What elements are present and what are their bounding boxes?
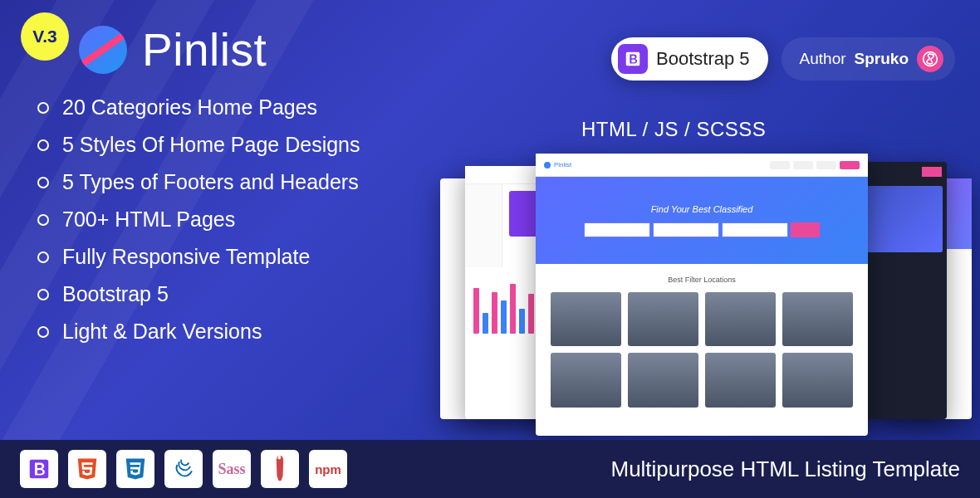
product-name: Pinlist (142, 23, 267, 76)
footer-tagline: Multipurpose HTML Listing Template (610, 456, 960, 482)
bootstrap-pill-text: Bootstrap 5 (656, 48, 750, 70)
preview-logo-text: Pinlist (554, 161, 571, 168)
features-list: 20 Categories Home Pages 5 Styles Of Hom… (37, 95, 360, 357)
bullet-icon (37, 214, 49, 226)
feature-text: Fully Responsive Template (62, 245, 310, 269)
preview-section-title: Best Filter Locations (536, 264, 868, 292)
feature-text: Bootstrap 5 (62, 282, 169, 306)
top-pills: Bootstrap 5 Author Spruko (611, 37, 955, 81)
feature-item: Fully Responsive Template (37, 245, 360, 269)
npm-icon: npm (309, 450, 347, 488)
bullet-icon (37, 289, 49, 300)
css3-icon (116, 450, 154, 488)
bootstrap-pill: Bootstrap 5 (611, 37, 768, 81)
jquery-icon (164, 450, 203, 488)
feature-item: Light & Dark Versions (37, 320, 360, 344)
header: Pinlist (79, 23, 267, 76)
feature-item: 5 Styles Of Home Page Designs (37, 133, 360, 157)
mockup-card-main: Pinlist Find Your Best Classified Best F… (536, 154, 868, 436)
feature-text: 700+ HTML Pages (62, 208, 235, 232)
bullet-icon (37, 326, 49, 338)
sass-icon: Sass (213, 450, 251, 488)
feature-item: 5 Types of Footers and Headers (37, 170, 360, 194)
bullet-icon (37, 139, 49, 151)
html5-icon (68, 450, 106, 488)
bootstrap-icon (618, 44, 648, 74)
feature-text: 5 Styles Of Home Page Designs (62, 133, 360, 157)
author-pill: Author Spruko (782, 37, 955, 81)
author-name: Spruko (855, 50, 909, 68)
feature-text: Light & Dark Versions (62, 320, 262, 344)
bootstrap-icon (20, 450, 58, 488)
feature-item: Bootstrap 5 (37, 282, 360, 306)
bullet-icon (37, 102, 49, 114)
version-badge: V.3 (21, 12, 69, 61)
preview-hero-title: Find Your Best Classified (651, 204, 753, 214)
feature-item: 20 Categories Home Pages (37, 95, 360, 120)
gulp-icon (261, 450, 299, 488)
logo-icon (79, 26, 127, 74)
spruko-icon (917, 46, 943, 72)
tech-stack-label: HTML / JS / SCSSS (581, 118, 766, 141)
footer: Sass npm Multipurpose HTML Listing Templ… (0, 440, 980, 498)
feature-item: 700+ HTML Pages (37, 208, 360, 232)
feature-text: 5 Types of Footers and Headers (62, 170, 359, 194)
bullet-icon (37, 251, 49, 263)
author-label: Author (800, 50, 846, 68)
preview-mockups: Pinlist Find Your Best Classified Best F… (440, 154, 972, 452)
bullet-icon (37, 177, 49, 188)
tech-icons: Sass npm (20, 450, 347, 488)
feature-text: 20 Categories Home Pages (62, 95, 317, 120)
